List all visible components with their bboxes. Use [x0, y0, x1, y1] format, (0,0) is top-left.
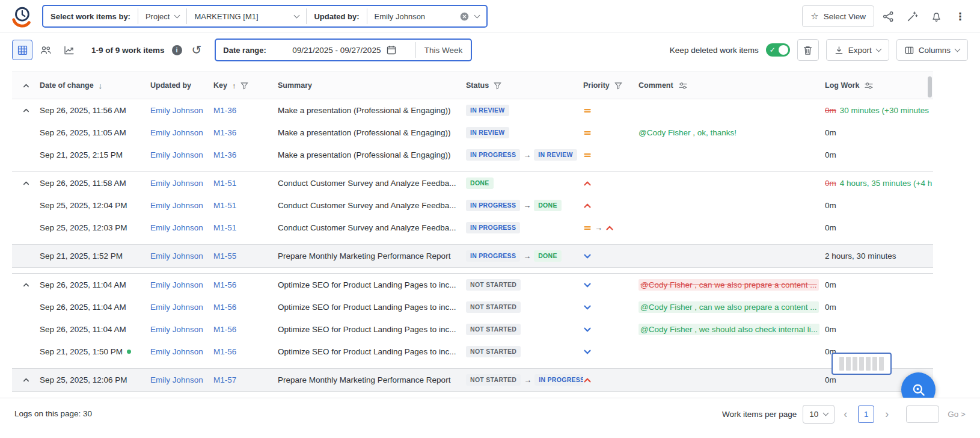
export-button[interactable]: Export [826, 39, 889, 61]
delete-button[interactable] [797, 39, 819, 61]
table-view-button[interactable] [12, 40, 32, 60]
page-jump-input[interactable] [906, 406, 939, 423]
col-status[interactable]: Status [466, 81, 489, 90]
col-date-of-change[interactable]: Date of change [40, 81, 94, 90]
date-range-picker[interactable]: 09/21/2025 - 09/27/2025 [274, 40, 415, 60]
chart-view-button[interactable] [59, 40, 79, 60]
col-comment[interactable]: Comment [639, 81, 673, 90]
collapse-group-icon[interactable] [22, 179, 30, 187]
next-page-button[interactable]: › [882, 408, 892, 421]
share-button[interactable] [878, 6, 898, 26]
filter-mode-dropdown[interactable]: Project [138, 6, 186, 26]
priority-medium-icon [583, 129, 592, 137]
vertical-scrollbar[interactable] [928, 76, 932, 97]
work-item-key-link[interactable]: M1-56 [213, 347, 236, 356]
updated-by-link[interactable]: Emily Johnson [150, 128, 203, 137]
change-date: Sep 26, 2025, 11:58 AM [40, 179, 126, 188]
collapse-group-icon[interactable] [22, 106, 30, 114]
work-item-key-link[interactable]: M1-56 [213, 303, 236, 312]
priority-filter-icon[interactable] [614, 82, 622, 90]
change-date: Sep 26, 2025, 11:05 AM [40, 128, 126, 137]
work-item-key-link[interactable]: M1-57 [213, 375, 236, 384]
keep-deleted-toggle[interactable]: ✓ [766, 43, 790, 57]
status-filter-icon[interactable] [494, 82, 501, 90]
logwork-settings-icon[interactable] [864, 82, 874, 90]
work-item-key-link[interactable]: M1-51 [213, 201, 236, 210]
log-work-value: 0m [825, 223, 836, 232]
col-key[interactable]: Key [213, 81, 227, 90]
collapse-group-icon[interactable] [22, 376, 30, 384]
work-item-summary: Prepare Monthly Marketing Performance Re… [278, 251, 450, 261]
updated-by-link[interactable]: Emily Johnson [150, 251, 203, 261]
work-item-key-link[interactable]: M1-36 [213, 150, 236, 159]
work-item-key-link[interactable]: M1-36 [213, 128, 236, 137]
updated-by-link[interactable]: Emily Johnson [150, 280, 203, 289]
sort-asc-icon[interactable]: ↑ [232, 81, 236, 90]
clear-filter-icon[interactable] [460, 12, 469, 21]
activity-row: Sep 25, 2025, 12:03 PMEmily JohnsonM1-51… [12, 217, 933, 239]
work-item-key-link[interactable]: M1-56 [213, 325, 236, 334]
col-updated-by[interactable]: Updated by [150, 81, 191, 90]
change-date: Sep 26, 2025, 11:04 AM [40, 325, 126, 334]
work-item-group: Sep 26, 2025, 11:56 AMEmily JohnsonM1-36… [12, 99, 933, 166]
updated-by-link[interactable]: Emily Johnson [150, 150, 203, 159]
collapse-all-icon[interactable] [22, 82, 30, 90]
comment-text: @Cody Fisher , we should also check inte… [639, 324, 819, 335]
magic-wand-button[interactable] [902, 6, 922, 26]
col-log-work[interactable]: Log Work [825, 81, 859, 90]
chevron-down-icon [823, 410, 829, 416]
per-page-select[interactable]: 10 [803, 405, 835, 424]
project-dropdown[interactable]: MARKETING [M1] [187, 6, 306, 26]
log-work-value: 0m [825, 303, 836, 312]
comment-settings-icon[interactable] [678, 82, 688, 90]
comment-text: @Cody Fisher , ok, thanks! [639, 128, 737, 137]
updated-by-dropdown[interactable]: Emily Johnson [367, 6, 486, 26]
updated-by-link[interactable]: Emily Johnson [150, 325, 203, 334]
work-item-key-link[interactable]: M1-36 [213, 106, 236, 115]
comment-text: @Cody Fisher , can we also prepare a con… [639, 301, 819, 313]
activity-table: Date of change↓ Updated by Key ↑ Summary… [12, 72, 933, 392]
skeleton-bar [866, 357, 871, 371]
updated-by-link[interactable]: Emily Johnson [150, 375, 203, 384]
transition-arrow-icon: → [523, 201, 531, 210]
updated-by-link[interactable]: Emily Johnson [150, 223, 203, 232]
updated-by-link[interactable]: Emily Johnson [150, 347, 203, 356]
work-item-key-link[interactable]: M1-55 [213, 251, 236, 261]
people-view-button[interactable] [35, 40, 56, 60]
columns-button[interactable]: Columns [896, 39, 968, 61]
refresh-icon[interactable]: ↺ [192, 43, 202, 57]
view-switch [12, 40, 79, 60]
col-summary[interactable]: Summary [278, 81, 312, 90]
skeleton-bar [853, 357, 857, 371]
date-preset-this-week[interactable]: This Week [416, 40, 471, 60]
work-item-summary: Make a presentation (Professional & Enga… [278, 128, 450, 137]
log-work-value: 0m [825, 325, 836, 334]
updated-by-link[interactable]: Emily Johnson [150, 106, 203, 115]
updated-by-link[interactable]: Emily Johnson [150, 201, 203, 210]
priority-medium-icon [583, 151, 592, 159]
priority-high-icon [605, 224, 614, 232]
select-view-button[interactable]: ☆ Select View [802, 5, 874, 27]
work-item-key-link[interactable]: M1-56 [213, 280, 236, 289]
work-item-key-link[interactable]: M1-51 [213, 223, 236, 232]
more-options-button[interactable]: ⋮ [950, 6, 970, 26]
info-icon[interactable]: i [172, 45, 182, 55]
current-page-button[interactable]: 1 [858, 406, 874, 423]
sort-desc-icon[interactable]: ↓ [99, 81, 103, 90]
prev-page-button[interactable]: ‹ [841, 408, 850, 421]
calendar-icon [387, 45, 396, 55]
key-filter-icon[interactable] [240, 82, 248, 90]
go-button[interactable]: Go > [948, 410, 966, 419]
work-item-summary: Prepare Monthly Marketing Performance Re… [278, 375, 450, 384]
updated-by-link[interactable]: Emily Johnson [150, 303, 203, 312]
col-priority[interactable]: Priority [583, 81, 610, 90]
notifications-bell-button[interactable] [926, 6, 946, 26]
status-badge: IN REVIEW [466, 127, 509, 138]
transition-arrow-icon: → [523, 150, 531, 159]
transition-arrow-icon: → [595, 223, 602, 232]
updated-by-link[interactable]: Emily Johnson [150, 179, 203, 188]
log-work-value: 0m [825, 106, 836, 115]
work-item-key-link[interactable]: M1-51 [213, 179, 236, 188]
download-icon [835, 46, 844, 55]
collapse-group-icon[interactable] [22, 281, 30, 289]
